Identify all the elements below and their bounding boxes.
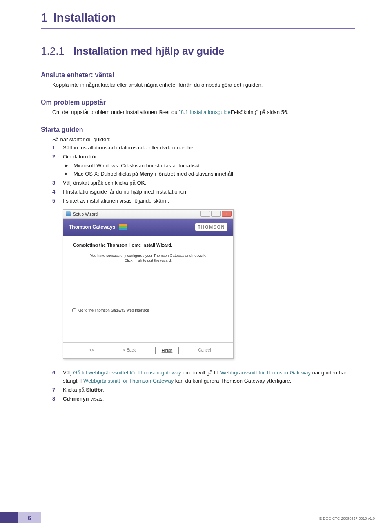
- page-number: 6: [18, 512, 41, 523]
- maximize-button[interactable]: □: [211, 211, 221, 217]
- block-start-guide: Starta guiden Så här startar du guiden: …: [41, 126, 355, 403]
- item-text: .: [145, 180, 147, 186]
- bold-text: Meny: [140, 171, 153, 177]
- sub-text: i fönstret med cd-skivans innehåll.: [153, 171, 234, 177]
- banner-stripes-icon: [119, 224, 127, 230]
- cancel-button[interactable]: Cancel: [193, 347, 216, 354]
- close-button[interactable]: ×: [222, 211, 232, 217]
- item-text: Sätt in Installations-cd i datorns cd-- …: [63, 145, 196, 151]
- list-item: 4 I Installationsguide får du nu hjälp m…: [52, 188, 355, 196]
- wizard-heading: Completing the Thomson Home Install Wiza…: [72, 243, 224, 247]
- item-number: 2: [52, 153, 55, 161]
- section-number: 1.2.1: [41, 45, 65, 58]
- chapter-title: Installation: [53, 11, 116, 24]
- finish-button[interactable]: Finish: [155, 347, 179, 354]
- block-title: Ansluta enheter: vänta!: [41, 71, 355, 79]
- section-title: Installation med hjälp av guide: [74, 45, 224, 58]
- block-connect-devices: Ansluta enheter: vänta! Koppla inte in n…: [41, 71, 355, 89]
- page-footer: 6 E-DOC-CTC-20080527-0010 v1.0: [0, 512, 392, 523]
- item-text: Välj önskat språk och klicka på: [63, 180, 137, 186]
- block-title: Om problem uppstår: [41, 99, 355, 106]
- sub-item: Mac OS X: Dubbelklicka på Meny i fönstre…: [65, 170, 355, 178]
- goto-web-interface-checkbox[interactable]: Go to the Thomson Gateway Web Interface: [72, 308, 224, 312]
- item-text: kan du konfigurera Thomson Gateway ytter…: [174, 378, 291, 384]
- wizard-body: Completing the Thomson Home Install Wiza…: [63, 236, 233, 342]
- list-item: 3 Välj önskat språk och klicka på OK.: [52, 179, 355, 187]
- text: .: [287, 109, 289, 115]
- list-item: 7 Klicka på Slutför.: [52, 386, 355, 394]
- app-icon: [66, 211, 71, 216]
- block-problems: Om problem uppstår Om det uppstår proble…: [41, 99, 355, 116]
- bold-text: Slutför: [86, 387, 103, 393]
- checkbox-label: Go to the Thomson Gateway Web Interface: [78, 308, 149, 312]
- item-text: Om datorn kör:: [63, 154, 98, 160]
- list-item: 5 I slutet av installationen visas följa…: [52, 197, 355, 205]
- item-number: 4: [52, 188, 55, 196]
- back-button[interactable]: < Back: [118, 347, 141, 354]
- sub-text: Microsoft Windows: Cd-skivan bör startas…: [74, 162, 201, 169]
- list-item: 1 Sätt in Installations-cd i datorns cd-…: [52, 144, 355, 152]
- banner-text: Thomson Gateways: [69, 224, 115, 230]
- msg-line: You have successfully configured your Th…: [90, 254, 207, 258]
- item-text: I slutet av installationen visas följand…: [63, 198, 169, 204]
- checkbox-input[interactable]: [72, 308, 76, 312]
- bold-text: Cd-menyn: [63, 396, 89, 402]
- guide-steps-list: 1 Sätt in Installations-cd i datorns cd-…: [41, 144, 355, 205]
- chapter-number: 1: [41, 11, 48, 24]
- wizard-screenshot: Setup Wizard – □ × Thomson Gateways THOM…: [63, 209, 234, 359]
- item-text: I Installationsguide får du nu hjälp med…: [63, 189, 188, 195]
- inline-link[interactable]: Webbgränssnitt för Thomson Gateway: [220, 370, 311, 376]
- inline-link[interactable]: Webbgränssnitt för Thomson Gateway: [83, 378, 174, 384]
- list-item: 2 Om datorn kör: Microsoft Windows: Cd-s…: [52, 153, 355, 178]
- chapter-header: 1 Installation: [41, 11, 355, 24]
- window-titlebar: Setup Wizard – □ ×: [63, 210, 233, 219]
- list-item: 8 Cd-menyn visas.: [52, 395, 355, 403]
- item-number: 6: [52, 369, 55, 377]
- item-text: .: [103, 387, 105, 393]
- window-buttons: – □ ×: [200, 211, 232, 217]
- item-number: 7: [52, 386, 55, 394]
- inline-link[interactable]: Gå till webbgränssnittet för Thomson-gat…: [73, 370, 181, 376]
- wizard-banner: Thomson Gateways THOMSON: [63, 219, 233, 236]
- page-number-bar: 6: [0, 512, 41, 523]
- wizard-footer: << < Back Finish Cancel: [63, 342, 233, 358]
- document-id: E-DOC-CTC-20080527-0010 v1.0: [319, 516, 375, 521]
- item-text: Klicka på: [63, 387, 86, 393]
- block-title: Starta guiden: [41, 126, 355, 134]
- divider: [41, 28, 355, 29]
- block-text: Om det uppstår problem under installatio…: [41, 109, 355, 116]
- sub-item: Microsoft Windows: Cd-skivan bör startas…: [65, 162, 355, 170]
- item-text: visas.: [89, 396, 104, 402]
- sub-text: Mac OS X: Dubbelklicka på: [74, 171, 140, 177]
- item-number: 1: [52, 144, 55, 152]
- first-button[interactable]: <<: [80, 347, 104, 354]
- text: Felsökning" på sidan 56: [231, 109, 287, 115]
- wizard-message: You have successfully configured your Th…: [72, 253, 224, 263]
- text: Om det uppstår problem under installatio…: [52, 109, 179, 115]
- sub-list: Microsoft Windows: Cd-skivan bör startas…: [63, 162, 355, 178]
- brand-logo: THOMSON: [195, 223, 227, 231]
- msg-line: Click finish to quit the wizard.: [125, 258, 172, 263]
- section-header: 1.2.1 Installation med hjälp av guide: [41, 45, 355, 58]
- window-title: Setup Wizard: [73, 212, 198, 216]
- list-item: 6 Välj Gå till webbgränssnittet för Thom…: [52, 369, 355, 385]
- bold-text: OK: [137, 180, 145, 186]
- item-number: 5: [52, 197, 55, 205]
- item-number: 3: [52, 179, 55, 187]
- block-text: Koppla inte in några kablar eller anslut…: [41, 81, 355, 89]
- inline-link[interactable]: 8.1 Installationsguide: [181, 109, 231, 115]
- item-number: 8: [52, 395, 55, 403]
- item-text: om du vill gå till: [181, 370, 220, 376]
- minimize-button[interactable]: –: [200, 211, 210, 217]
- intro-text: Så här startar du guiden:: [41, 136, 355, 144]
- guide-steps-list-2: 6 Välj Gå till webbgränssnittet för Thom…: [41, 369, 355, 403]
- item-text: Välj: [63, 370, 73, 376]
